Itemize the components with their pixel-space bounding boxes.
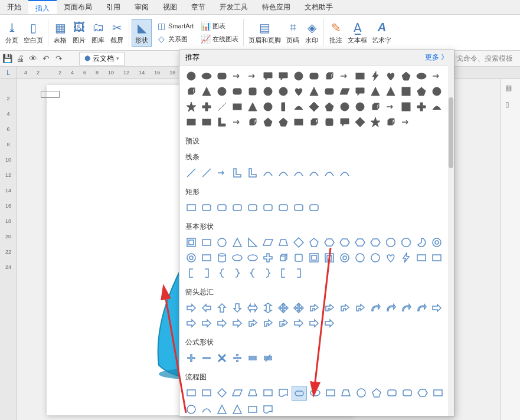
shape-ellipse[interactable] [230, 251, 244, 265]
shape-rrect[interactable] [215, 69, 229, 83]
shape-arrBent[interactable] [261, 316, 275, 330]
tab-reference[interactable]: 引用 [99, 0, 127, 14]
shape-circle[interactable] [215, 235, 229, 250]
tab-chapter[interactable]: 章节 [184, 0, 212, 14]
shape-donut[interactable] [184, 251, 198, 265]
watermark-button[interactable]: ◈水印 [302, 19, 321, 46]
shape-pent[interactable] [399, 69, 413, 83]
shape-bolt[interactable] [368, 69, 382, 83]
shape-arrow[interactable] [384, 100, 398, 114]
shape-circle[interactable] [276, 84, 290, 99]
shape-circle[interactable] [353, 251, 367, 265]
shape-tri[interactable] [307, 84, 321, 99]
shape-tri[interactable] [215, 402, 229, 416]
relation-button[interactable]: ◇关系图 [154, 33, 196, 45]
shape-cube[interactable] [184, 84, 198, 99]
shape-tri[interactable] [246, 100, 260, 114]
shape-cube[interactable] [384, 115, 398, 129]
shape-donut[interactable] [430, 235, 444, 250]
qat-redo-icon[interactable]: ↷ [54, 54, 64, 63]
shape-brackl[interactable] [276, 100, 290, 114]
page-number-button[interactable]: ⌗页码 [283, 19, 302, 46]
shape-line[interactable] [200, 166, 214, 180]
shape-rect[interactable] [184, 386, 198, 400]
shape-rrect[interactable] [276, 201, 290, 215]
shape-frame[interactable] [399, 100, 413, 114]
shape-arrR[interactable] [292, 316, 306, 330]
qat-save-icon[interactable]: 💾 [2, 54, 12, 63]
shape-rect[interactable] [200, 251, 214, 265]
shape-L[interactable] [215, 115, 229, 129]
shape-rrect[interactable] [261, 201, 275, 215]
shape-circle[interactable] [430, 84, 444, 99]
shape-arrR[interactable] [230, 316, 244, 330]
shape-arrR[interactable] [184, 316, 198, 330]
shape-tri[interactable] [368, 84, 382, 99]
shape-eqNeq[interactable] [261, 351, 275, 365]
shape-pent[interactable] [307, 235, 321, 250]
shape-circle[interactable] [354, 386, 368, 400]
shape-can[interactable] [292, 251, 306, 265]
sidebar-grid-icon[interactable]: ▦ [505, 84, 516, 94]
shape-curve[interactable] [261, 166, 275, 180]
shape-rrect[interactable] [307, 69, 321, 83]
shape-circle[interactable] [215, 84, 229, 99]
shape-cube[interactable] [368, 100, 382, 114]
shape-diamond[interactable] [307, 100, 321, 114]
shape-brackr[interactable] [200, 266, 214, 280]
shape-fcDoc[interactable] [276, 386, 290, 400]
sidebar-doc-icon[interactable]: ▯ [505, 100, 516, 111]
shape-ellipse[interactable] [308, 386, 322, 400]
shape-circle[interactable] [184, 402, 198, 416]
shape-speech[interactable] [261, 69, 275, 83]
shape-bracel[interactable] [215, 266, 229, 280]
wordart-button[interactable]: A艺术字 [369, 19, 394, 46]
shape-fcDoc[interactable] [261, 402, 275, 416]
ruler-vertical[interactable]: 24681012141618202224 [0, 79, 17, 420]
document-tab[interactable]: ⬢ 云文档 ▾ [79, 52, 125, 65]
shape-arrCurve[interactable] [368, 301, 382, 315]
shape-eqPlus[interactable] [184, 351, 198, 365]
shape-curve[interactable] [430, 100, 444, 114]
shape-plus[interactable] [261, 251, 275, 265]
tab-start[interactable]: 开始 [0, 0, 28, 14]
shape-circle[interactable] [184, 69, 198, 83]
shape-arrR[interactable] [200, 316, 214, 330]
shape-hex[interactable] [338, 235, 352, 250]
tab-features[interactable]: 特色应用 [255, 0, 297, 14]
chart-button[interactable]: 📊图表 [198, 20, 241, 32]
shape-donut[interactable] [261, 84, 275, 99]
shape-tri[interactable] [230, 235, 244, 250]
shape-tri[interactable] [384, 84, 398, 99]
shape-donut[interactable] [261, 100, 275, 114]
shape-line[interactable] [215, 100, 229, 114]
shape-arrow[interactable] [338, 69, 352, 83]
shape-ellipse[interactable] [200, 69, 214, 83]
comment-button[interactable]: ✎批注 [326, 19, 345, 46]
shape-curve[interactable] [200, 402, 214, 416]
shape-brackr[interactable] [292, 266, 306, 280]
picture-button[interactable]: 🖼图片 [70, 19, 89, 46]
shape-rrect[interactable] [400, 386, 414, 400]
shape-pent[interactable] [276, 115, 290, 129]
shape-frame[interactable] [322, 251, 336, 265]
shape-can[interactable] [246, 84, 260, 99]
shape-ellipse[interactable] [414, 69, 429, 83]
shape-rtri[interactable] [246, 235, 260, 250]
shape-fcData[interactable] [230, 386, 244, 400]
dropdown-scrollbar[interactable] [448, 65, 454, 416]
shape-bracel[interactable] [246, 266, 260, 280]
shape-arrow[interactable] [230, 69, 244, 83]
shape-eqDiv[interactable] [230, 351, 244, 365]
shape-arrR[interactable] [322, 316, 336, 330]
textbox-button[interactable]: A̲文本框 [345, 19, 369, 46]
header-footer-button[interactable]: ▤页眉和页脚 [246, 19, 283, 46]
shape-arrR[interactable] [215, 316, 229, 330]
shape-frame[interactable] [307, 251, 321, 265]
shape-pent[interactable] [414, 84, 429, 99]
qat-print-icon[interactable]: 🖨 [15, 54, 25, 63]
tab-developer[interactable]: 开发工具 [212, 0, 255, 14]
shape-tri[interactable] [200, 84, 214, 99]
table-button[interactable]: ▦表格 [51, 19, 70, 46]
shape-rect[interactable] [261, 386, 275, 400]
